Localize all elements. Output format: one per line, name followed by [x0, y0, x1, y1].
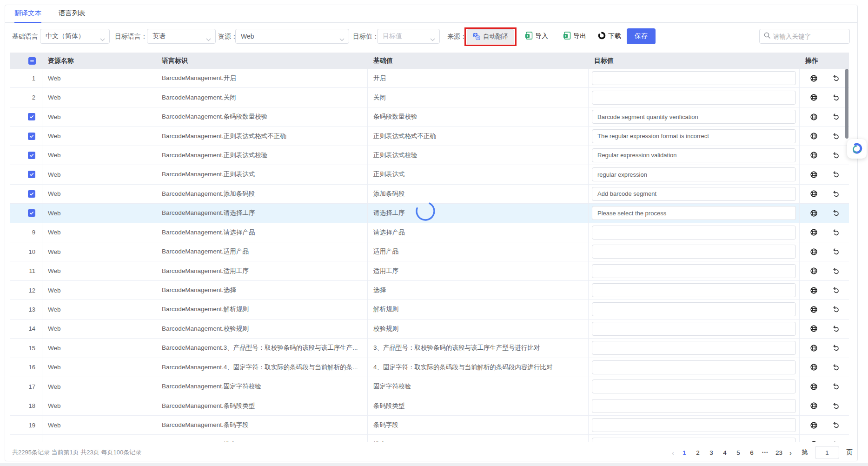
target-value-filter-select[interactable]: 目标值 — [377, 29, 440, 44]
translate-globe-icon[interactable] — [810, 113, 818, 121]
target-value-input[interactable] — [592, 245, 796, 259]
undo-icon[interactable] — [832, 133, 840, 140]
page-number[interactable]: 1 — [681, 449, 688, 456]
more-pages-icon[interactable]: ••• — [762, 450, 769, 455]
target-value-input[interactable] — [592, 322, 796, 336]
translate-globe-icon[interactable] — [810, 286, 818, 294]
target-value-input[interactable] — [592, 110, 796, 124]
search-input[interactable] — [773, 33, 845, 40]
download-button[interactable]: 下载 — [598, 23, 621, 49]
row-checkbox[interactable] — [28, 190, 35, 198]
translate-globe-icon[interactable] — [810, 402, 818, 410]
target-value-input[interactable] — [592, 399, 796, 413]
translate-globe-icon[interactable] — [810, 93, 818, 101]
translate-globe-icon[interactable] — [810, 440, 818, 442]
target-value-input[interactable] — [592, 302, 796, 316]
save-button[interactable]: 保存 — [627, 28, 656, 44]
table-scrollbar-thumb[interactable] — [845, 69, 848, 139]
undo-icon[interactable] — [832, 325, 840, 333]
undo-icon[interactable] — [832, 267, 840, 275]
target-value-input[interactable] — [592, 129, 796, 143]
translate-globe-icon[interactable] — [810, 171, 818, 179]
select-all-checkbox[interactable] — [28, 57, 36, 65]
target-value-input[interactable] — [592, 418, 796, 432]
undo-icon[interactable] — [832, 421, 840, 429]
page-number[interactable]: 2 — [695, 449, 701, 456]
target-value-input[interactable] — [592, 341, 796, 355]
loading-spinner-icon — [415, 201, 436, 223]
page-number[interactable]: 23 — [775, 449, 782, 456]
page-list: 123456•••23 — [681, 449, 782, 456]
target-value-input[interactable] — [592, 283, 796, 297]
cell-language-key: BarcodeManagement.固定字符校验 — [156, 377, 368, 396]
next-page-icon[interactable]: › — [789, 449, 792, 457]
undo-icon[interactable] — [832, 209, 840, 217]
target-value-input[interactable] — [592, 148, 796, 162]
target-value-input[interactable] — [592, 438, 796, 442]
import-button[interactable]: X 导入 — [525, 23, 548, 49]
target-value-input[interactable] — [592, 206, 796, 220]
undo-icon[interactable] — [832, 364, 840, 371]
cell-resource-name: Web — [42, 69, 156, 87]
undo-icon[interactable] — [832, 113, 840, 120]
page-number[interactable]: 5 — [735, 449, 742, 456]
base-language-select[interactable]: 中文（简体） — [40, 29, 110, 44]
export-button[interactable]: X 导出 — [563, 23, 586, 49]
tab-translate-text[interactable]: 翻译文本 — [14, 5, 41, 23]
translate-globe-icon[interactable] — [810, 344, 818, 352]
jump-page-input[interactable] — [815, 446, 839, 459]
target-value-input[interactable] — [592, 71, 796, 85]
undo-icon[interactable] — [832, 171, 840, 178]
page-number[interactable]: 6 — [749, 449, 755, 456]
row-checkbox[interactable] — [28, 171, 35, 178]
row-checkbox[interactable] — [28, 152, 35, 159]
undo-icon[interactable] — [832, 94, 840, 101]
undo-icon[interactable] — [832, 229, 840, 236]
target-value-input[interactable] — [592, 264, 796, 278]
translate-globe-icon[interactable] — [810, 267, 818, 275]
translate-globe-icon[interactable] — [810, 151, 818, 159]
translate-globe-icon[interactable] — [810, 248, 818, 256]
translate-globe-icon[interactable] — [810, 383, 818, 391]
target-value-input[interactable] — [592, 167, 796, 181]
undo-icon[interactable] — [832, 74, 840, 82]
table-row: 9 Web BarcodeManagement.请选择产品 请选择产品 — [10, 223, 849, 242]
resource-select[interactable]: Web — [235, 29, 349, 44]
translate-globe-icon[interactable] — [810, 306, 818, 313]
undo-icon[interactable] — [832, 190, 840, 198]
undo-icon[interactable] — [832, 286, 840, 294]
undo-icon[interactable] — [832, 152, 840, 159]
translate-globe-icon[interactable] — [810, 363, 818, 371]
row-checkbox[interactable] — [28, 113, 35, 120]
floating-refresh-button[interactable] — [847, 139, 867, 159]
row-checkbox[interactable] — [28, 133, 35, 140]
undo-icon[interactable] — [832, 383, 840, 390]
target-value-input[interactable] — [592, 226, 796, 240]
target-language-select[interactable]: 英语 — [147, 29, 216, 44]
auto-translate-button[interactable]: 文 A 自动翻译 — [467, 29, 514, 44]
undo-icon[interactable] — [832, 344, 840, 352]
undo-icon[interactable] — [832, 402, 840, 410]
tab-language-list[interactable]: 语言列表 — [59, 5, 86, 23]
page-number[interactable]: 4 — [722, 449, 728, 456]
translate-globe-icon[interactable] — [810, 325, 818, 333]
translate-globe-icon[interactable] — [810, 209, 818, 217]
row-checkbox[interactable] — [28, 209, 35, 217]
target-value-input[interactable] — [592, 91, 796, 105]
target-value-input[interactable] — [592, 360, 796, 374]
undo-icon[interactable] — [832, 248, 840, 255]
target-value-input[interactable] — [592, 379, 796, 393]
translate-globe-icon[interactable] — [810, 132, 818, 140]
undo-icon[interactable] — [832, 306, 840, 313]
table-row: 4 Web BarcodeManagement.正则表达式格式不正确 正则表达式… — [10, 126, 849, 146]
prev-page-icon[interactable]: ‹ — [672, 449, 674, 457]
bottom-scrollbar-track[interactable] — [0, 463, 868, 466]
translate-globe-icon[interactable] — [810, 421, 818, 429]
cell-language-key: BarcodeManagement.正则表达式 — [156, 165, 368, 184]
translate-globe-icon[interactable] — [810, 190, 818, 198]
page-number[interactable]: 3 — [708, 449, 715, 456]
undo-icon[interactable] — [832, 441, 840, 442]
target-value-input[interactable] — [592, 187, 796, 201]
translate-globe-icon[interactable] — [810, 228, 818, 236]
translate-globe-icon[interactable] — [810, 74, 818, 82]
